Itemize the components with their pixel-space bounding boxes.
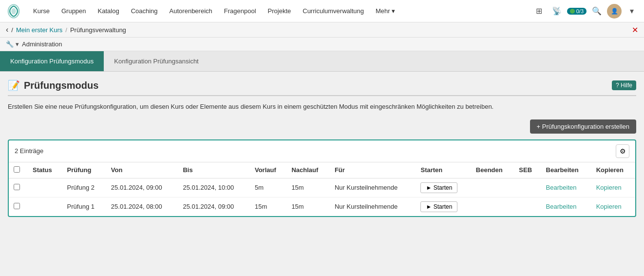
row1-checkbox[interactable]: [14, 184, 20, 190]
col-kopieren: Kopieren: [591, 162, 635, 178]
row2-kopieren-cell: Kopieren: [591, 197, 635, 216]
row2-nachlauf: 15m: [286, 197, 330, 216]
nav-curriculumverwaltung[interactable]: Curriculumverwaltung: [298, 5, 369, 17]
row2-checkbox[interactable]: [14, 203, 20, 209]
col-checkbox: [9, 162, 28, 178]
table-row: Prüfung 2 25.01.2024, 09:00 25.01.2024, …: [9, 178, 635, 197]
row1-beenden: [471, 178, 514, 197]
table-box: 2 Einträge ⚙ Status Prüfung Von Bis Vorl…: [8, 139, 636, 217]
row1-bis: 25.01.2024, 10:00: [178, 178, 250, 197]
page-title: 📝 Prüfungsmodus: [8, 79, 98, 91]
admin-menu-button[interactable]: 🔧 ▾: [6, 40, 19, 48]
admin-toolbar: 🔧 ▾ Administration: [0, 38, 644, 51]
row1-pruefung: Prüfung 2: [62, 178, 106, 197]
row2-bis: 25.01.2024, 09:00: [178, 197, 250, 216]
status-dot: [570, 9, 575, 14]
notifications-badge[interactable]: 0/3: [567, 8, 587, 15]
row2-beenden: [471, 197, 514, 216]
tab-pruefungsansicht[interactable]: Konfiguration Prüfungsansicht: [104, 51, 208, 71]
row1-bearbeiten-link[interactable]: Bearbeiten: [546, 184, 577, 191]
col-vorlauf: Vorlauf: [250, 162, 286, 178]
user-menu-chevron[interactable]: ▾: [625, 4, 639, 19]
tab-pruefungsmodus[interactable]: Konfiguration Prüfungsmodus: [0, 51, 104, 71]
col-nachlauf: Nachlauf: [286, 162, 330, 178]
badge-count: 0/3: [576, 8, 584, 14]
col-status: Status: [28, 162, 62, 178]
nav-gruppen[interactable]: Gruppen: [57, 5, 91, 17]
col-fuer: Für: [330, 162, 416, 178]
help-button[interactable]: ? Hilfe: [612, 80, 636, 90]
col-bis: Bis: [178, 162, 250, 178]
entries-count: 2 Einträge: [15, 147, 43, 155]
wrench-icon: 🔧: [6, 40, 14, 48]
row1-fuer: Nur Kursteilnehmende: [330, 178, 416, 197]
row2-status: [28, 197, 62, 216]
col-beenden: Beenden: [471, 162, 514, 178]
col-starten: Starten: [416, 162, 471, 178]
page-title-icon: 📝: [8, 79, 20, 91]
col-seb: SEB: [514, 162, 541, 178]
row2-checkbox-cell: [9, 197, 28, 216]
row2-bearbeiten-link[interactable]: Bearbeiten: [546, 203, 577, 210]
logo[interactable]: [5, 2, 22, 20]
row1-status: [28, 178, 62, 197]
top-navigation: Kurse Gruppen Katalog Coaching Autorenbe…: [0, 0, 644, 22]
nav-mehr[interactable]: Mehr ▾: [371, 5, 400, 17]
row2-vorlauf: 15m: [250, 197, 286, 216]
admin-dropdown-arrow: ▾: [16, 40, 19, 48]
page-title-text: Prüfungsmodus: [24, 80, 98, 91]
table-settings-button[interactable]: ⚙: [616, 144, 629, 158]
row2-seb: [514, 197, 541, 216]
search-icon[interactable]: 🔍: [589, 4, 604, 19]
row1-kopieren-cell: Kopieren: [591, 178, 635, 197]
action-row: + Prüfungskonfiguration erstellen: [8, 119, 636, 134]
col-von: Von: [106, 162, 178, 178]
row1-checkbox-cell: [9, 178, 28, 197]
nav-kurse[interactable]: Kurse: [28, 5, 55, 17]
row1-seb: [514, 178, 541, 197]
row2-von: 25.01.2024, 08:00: [106, 197, 178, 216]
breadcrumb-current: Prüfungsverwaltung: [70, 26, 126, 34]
row1-starten-cell: ► Starten: [416, 178, 471, 197]
table-header-row: 2 Einträge ⚙: [9, 140, 635, 162]
row1-vorlauf: 5m: [250, 178, 286, 197]
admin-label: Administration: [22, 40, 62, 48]
row1-starten-button[interactable]: ► Starten: [420, 182, 457, 193]
breadcrumb: ‹ / Mein erster Kurs / Prüfungsverwaltun…: [0, 22, 644, 38]
close-icon[interactable]: ✕: [632, 25, 638, 35]
calendar-icon[interactable]: ⊞: [532, 4, 547, 19]
row1-kopieren-link[interactable]: Kopieren: [596, 184, 622, 191]
breadcrumb-course[interactable]: Mein erster Kurs: [16, 26, 62, 34]
row1-nachlauf: 15m: [286, 178, 330, 197]
create-config-button[interactable]: + Prüfungskonfiguration erstellen: [530, 119, 636, 134]
col-bearbeiten: Bearbeiten: [541, 162, 591, 178]
nav-projekte[interactable]: Projekte: [263, 5, 296, 17]
col-pruefung: Prüfung: [62, 162, 106, 178]
select-all-checkbox[interactable]: [14, 166, 20, 173]
page-title-row: 📝 Prüfungsmodus ? Hilfe: [8, 79, 636, 96]
nav-right: ⊞ 📡 0/3 🔍 👤 ▾: [532, 4, 639, 19]
nav-katalog[interactable]: Katalog: [93, 5, 124, 17]
breadcrumb-back[interactable]: ‹: [6, 25, 8, 34]
breadcrumb-separator: /: [11, 26, 13, 34]
row2-starten-button[interactable]: ► Starten: [420, 201, 457, 212]
row1-von: 25.01.2024, 09:00: [106, 178, 178, 197]
main-content: 📝 Prüfungsmodus ? Hilfe Erstellen Sie ei…: [0, 72, 644, 217]
feed-icon[interactable]: 📡: [549, 4, 564, 19]
row2-bearbeiten-cell: Bearbeiten: [541, 197, 591, 216]
nav-fragenpool[interactable]: Fragenpool: [219, 5, 261, 17]
avatar[interactable]: 👤: [607, 4, 622, 19]
page-description: Erstellen Sie eine neue Prüfungskonfigur…: [8, 102, 636, 112]
table-row: Prüfung 1 25.01.2024, 08:00 25.01.2024, …: [9, 197, 635, 216]
row2-pruefung: Prüfung 1: [62, 197, 106, 216]
row2-starten-cell: ► Starten: [416, 197, 471, 216]
breadcrumb-sep2: /: [65, 26, 67, 34]
row1-bearbeiten-cell: Bearbeiten: [541, 178, 591, 197]
row2-kopieren-link[interactable]: Kopieren: [596, 203, 622, 210]
nav-autorenbereich[interactable]: Autorenbereich: [165, 5, 217, 17]
tabs-bar: Konfiguration Prüfungsmodus Konfiguratio…: [0, 51, 644, 72]
pruefung-table: Status Prüfung Von Bis Vorlauf Nachlauf …: [9, 162, 635, 216]
row2-fuer: Nur Kursteilnehmende: [330, 197, 416, 216]
nav-coaching[interactable]: Coaching: [126, 5, 163, 17]
